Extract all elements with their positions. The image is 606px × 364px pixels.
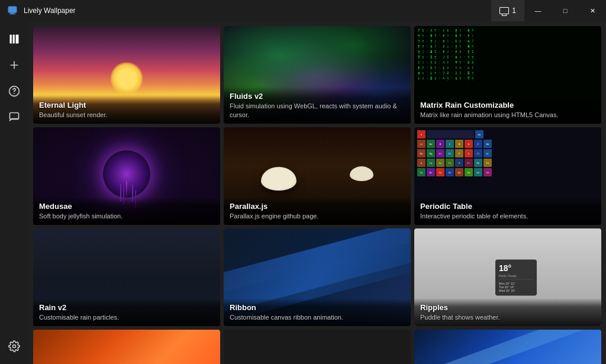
wallpaper-card-ribbon[interactable]: Ribbon Customisable canvas ribbon animat… [224,228,411,326]
card-info-rain-v2: Rain v2 Customisable rain particles. [33,298,220,326]
monitor-count: 1 [512,7,516,15]
svg-rect-0 [8,7,17,13]
content-area[interactable]: Eternal Light Beautiful sunset render. F… [28,21,606,364]
card-desc-ribbon: Customisable canvas ribbon animation. [230,313,405,321]
card-title-medusae: Medusae [39,202,214,211]
settings-icon [8,340,20,352]
card-desc-rain-v2: Customisable rain particles. [39,313,214,321]
sidebar-item-library[interactable] [2,27,26,51]
main-layout: Eternal Light Beautiful sunset render. F… [0,21,606,364]
svg-rect-1 [10,13,14,14]
wallpaper-card-partial-blue[interactable] [414,330,601,364]
card-info-eternal-light: Eternal Light Beautiful sunset render. [33,96,220,124]
card-desc-fluids-v2: Fluid simulation using WebGL, reacts wit… [230,102,405,119]
card-info-matrix-rain: Matrix Rain Customizable Matrix like rai… [414,96,601,124]
card-title-rain-v2: Rain v2 [39,303,214,312]
wallpaper-grid: Eternal Light Beautiful sunset render. F… [33,26,601,364]
wallpaper-card-periodic-table[interactable]: H He Li Be B C N O F Ne [414,127,601,225]
card-title-fluids-v2: Fluids v2 [230,92,405,101]
wallpaper-card-fluids-v2[interactable]: Fluids v2 Fluid simulation using WebGL, … [224,26,411,124]
card-desc-periodic-table: Interactive periodic table of elements. [420,212,595,220]
svg-rect-2 [9,14,16,14]
wallpaper-card-rain-v2[interactable]: Rain v2 Customisable rain particles. [33,228,220,326]
title-bar-left: Lively Wallpaper [7,5,76,16]
card-title-periodic-table: Periodic Table [420,202,595,211]
title-bar: Lively Wallpaper 1 — □ ✕ [0,0,606,21]
monitor-icon [499,7,509,14]
card-desc-parallax-js: Parallax.js engine github page. [230,212,405,220]
thumbnail-partial-blue [414,330,601,364]
card-title-matrix-rain: Matrix Rain Customizable [420,101,595,109]
card-desc-eternal-light: Beautiful sunset render. [39,111,214,119]
weather-details: Mon 18° 12° Tue 20° 14° Wed 16° 10° [499,279,533,292]
wallpaper-card-parallax-js[interactable]: Parallax.js Parallax.js engine github pa… [224,127,411,225]
close-button[interactable]: ✕ [579,0,606,21]
sidebar [0,21,28,364]
sidebar-item-help[interactable] [2,79,26,103]
card-info-fluids-v2: Fluids v2 Fluid simulation using WebGL, … [224,87,411,124]
svg-point-9 [13,345,16,348]
card-info-ribbon: Ribbon Customisable canvas ribbon animat… [224,298,411,326]
card-info-ripples: Ripples Puddle that shows weather. [414,298,601,326]
sidebar-item-feedback[interactable] [2,105,26,129]
card-desc-medusae: Soft body jellyfish simulation. [39,212,214,220]
feedback-icon [8,111,20,123]
library-icon [8,33,20,45]
wallpaper-card-matrix-rain[interactable]: ｱｳﾂﾅｸﾀｼﾁｺﾄ ｶｷｹｻｽｾｿﾃﾆﾇ ﾈﾉﾊﾋﾌﾍﾎﾏﾐﾑ ﾒﾓﾔﾕﾖﾗﾘ… [414,26,601,124]
card-title-eternal-light: Eternal Light [39,101,214,109]
wallpaper-card-partial-orange[interactable] [33,330,220,364]
card-desc-matrix-rain: Matrix like rain animation using HTML5 C… [420,111,595,119]
card-info-parallax-js: Parallax.js Parallax.js engine github pa… [224,197,411,225]
card-info-medusae: Medusae Soft body jellyfish simulation. [33,197,220,225]
wallpaper-card-partial-empty [224,330,411,364]
weather-condition: Partly Cloudy [499,273,533,277]
thumbnail-partial-orange [33,330,220,364]
wallpaper-card-eternal-light[interactable]: Eternal Light Beautiful sunset render. [33,26,220,124]
app-title: Lively Wallpaper [24,7,76,15]
weather-temp: 18° [499,263,533,272]
weather-widget: 18° Partly Cloudy Mon 18° 12° Tue 20° 14… [495,259,537,295]
svg-rect-4 [13,35,15,44]
card-title-parallax-js: Parallax.js [230,202,405,211]
help-icon [8,85,20,97]
wallpaper-card-medusae[interactable]: Medusae Soft body jellyfish simulation. [33,127,220,225]
sidebar-item-add[interactable] [2,53,26,77]
card-info-periodic-table: Periodic Table Interactive periodic tabl… [414,197,601,225]
svg-point-7 [14,93,15,94]
weather-day-3: Wed 16° 10° [499,288,533,292]
card-title-ripples: Ripples [420,303,595,312]
maximize-button[interactable]: □ [552,0,579,21]
monitor-button[interactable]: 1 [491,0,524,21]
sidebar-item-settings[interactable] [2,334,26,358]
svg-rect-3 [10,35,12,44]
minimize-button[interactable]: — [524,0,552,21]
svg-rect-5 [16,35,19,44]
card-title-ribbon: Ribbon [230,303,405,312]
card-desc-ripples: Puddle that shows weather. [420,313,595,321]
title-bar-controls: 1 — □ ✕ [491,0,606,21]
wallpaper-card-ripples[interactable]: 18° Partly Cloudy Mon 18° 12° Tue 20° 14… [414,228,601,326]
app-icon [7,5,18,16]
add-icon [8,59,20,71]
